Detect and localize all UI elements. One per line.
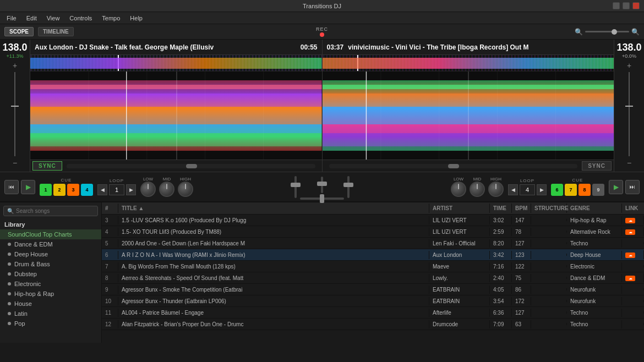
- track-cell-num: 10: [102, 297, 118, 305]
- track-cell-genre: Hip-hop & Rap: [567, 216, 622, 224]
- sidebar-item-dance-&-edm[interactable]: Dance & EDM: [0, 239, 101, 249]
- search-input[interactable]: [16, 208, 94, 214]
- rec-indicator[interactable]: [320, 32, 324, 37]
- right-overview-waveform[interactable]: [323, 55, 614, 72]
- left-prev-button[interactable]: ⏮: [4, 180, 19, 194]
- menu-edit[interactable]: Edit: [22, 14, 41, 23]
- col-title[interactable]: TITLE ▲: [118, 204, 429, 213]
- left-cue-btn-4[interactable]: 4: [81, 184, 93, 196]
- track-cell-bpm: 127: [512, 309, 531, 317]
- right-channel-fader[interactable]: [347, 173, 350, 201]
- col-num[interactable]: #: [102, 204, 118, 213]
- sidebar-item-dubstep[interactable]: Dubstep: [0, 269, 101, 279]
- search-box[interactable]: 🔍: [3, 206, 98, 216]
- right-sync-button[interactable]: SYNC: [582, 161, 612, 171]
- left-pitch-plus[interactable]: +: [13, 61, 17, 70]
- left-pitch-minus[interactable]: −: [13, 158, 17, 167]
- minimize-button[interactable]: [613, 2, 620, 9]
- left-overview-waveform[interactable]: [30, 55, 322, 72]
- right-eq-high-knob[interactable]: [488, 182, 504, 197]
- table-row[interactable]: 6A R I Z O N A - I Was Wrong (RAMI x Jli…: [102, 249, 644, 261]
- col-structure[interactable]: STRUCTURE: [531, 204, 567, 213]
- right-pitch-slider[interactable]: [629, 72, 630, 156]
- maximize-button[interactable]: [623, 2, 630, 9]
- table-row[interactable]: 7A. Big Words From The Small Mouth (128 …: [102, 261, 644, 272]
- track-cell-artist: Lowly.: [429, 274, 490, 282]
- table-row[interactable]: 8Aerreo & Stereohats - Speed Of Sound (f…: [102, 272, 644, 284]
- sidebar-item-latin[interactable]: Latin: [0, 309, 101, 319]
- left-channel-fader[interactable]: [294, 173, 297, 201]
- sidebar-item-soundcloud-top-charts[interactable]: SoundCloud Top Charts: [0, 229, 101, 239]
- left-loop-prev[interactable]: ◀: [97, 184, 107, 195]
- menu-view[interactable]: View: [42, 14, 64, 23]
- left-eq-mid-knob[interactable]: [159, 182, 174, 197]
- right-pitch-plus[interactable]: +: [627, 61, 631, 70]
- tab-scope[interactable]: SCOPE: [4, 27, 34, 36]
- track-cell-title: Agressor Bunx - Thunder (Eatbrain LP006): [118, 297, 429, 305]
- left-loop-next[interactable]: ▶: [126, 184, 136, 195]
- col-genre[interactable]: GENRE: [567, 204, 622, 213]
- table-row[interactable]: 52000 And One - Get Down (Len Faki Hards…: [102, 238, 644, 249]
- track-cell-link: ☁: [622, 250, 644, 259]
- left-cue-section: CUE 1 2 3 4: [40, 178, 93, 196]
- right-play-button[interactable]: ▶: [609, 180, 623, 194]
- table-row[interactable]: 11AL004 - Patrice Bäumel - EngageAfterli…: [102, 307, 644, 319]
- track-cell-num: 9: [102, 286, 118, 294]
- track-cell-title: Agressor Bunx - Smoke The Competition (E…: [118, 286, 429, 294]
- menu-controls[interactable]: Controls: [65, 14, 96, 23]
- close-button[interactable]: [632, 2, 640, 9]
- sidebar-item-drum-&-bass[interactable]: Drum & Bass: [0, 259, 101, 269]
- zoom-in-icon[interactable]: 🔍: [631, 28, 640, 36]
- left-main-waveform[interactable]: [30, 72, 322, 160]
- right-cue-btn-8[interactable]: 8: [578, 184, 591, 196]
- col-link[interactable]: LINK: [622, 204, 644, 213]
- right-main-waveform[interactable]: [323, 72, 614, 160]
- sidebar-item-library[interactable]: Library: [0, 220, 101, 229]
- right-next-button[interactable]: ⏭: [625, 180, 640, 194]
- table-row[interactable]: 31.5 -LUV SCARS K.o 1600 (Produced By DJ…: [102, 215, 644, 226]
- right-pitch-minus[interactable]: −: [627, 158, 631, 167]
- track-cell-time: 7:16: [490, 262, 512, 271]
- right-eq-low-knob[interactable]: [451, 182, 466, 197]
- right-loop-prev[interactable]: ◀: [508, 184, 518, 195]
- sidebar-item-hip-hop-&-rap[interactable]: Hip-hop & Rap: [0, 289, 101, 299]
- left-eq-low-knob[interactable]: [140, 182, 156, 197]
- crossfader[interactable]: [300, 198, 344, 200]
- tab-timeline[interactable]: TIMELINE: [38, 27, 74, 36]
- menu-tempo[interactable]: Tempo: [97, 14, 124, 23]
- right-loop-next[interactable]: ▶: [537, 184, 547, 195]
- sidebar-item-pop[interactable]: Pop: [0, 319, 101, 328]
- menu-file[interactable]: File: [2, 14, 21, 23]
- track-cell-bpm: 63: [512, 320, 531, 328]
- right-cue-btn-9[interactable]: 9: [592, 184, 604, 196]
- left-eq-high-knob[interactable]: [178, 182, 193, 197]
- zoom-out-icon[interactable]: 🔍: [575, 28, 583, 36]
- right-waveform-container: 03:37 vinivicimusic - Vini Vici - The Tr…: [322, 40, 614, 172]
- col-artist[interactable]: ARTIST: [429, 204, 490, 213]
- col-time[interactable]: TIME: [490, 204, 512, 213]
- left-sync-button[interactable]: SYNC: [32, 161, 62, 171]
- menu-help[interactable]: Help: [125, 14, 147, 23]
- col-bpm[interactable]: BPM: [512, 204, 531, 213]
- right-eq-low-section: LOW: [451, 177, 466, 197]
- left-cue-btn-2[interactable]: 2: [53, 184, 66, 196]
- sidebar-items: LibrarySoundCloud Top ChartsDance & EDMD…: [0, 220, 101, 328]
- left-loop-label: LOOP: [110, 178, 124, 183]
- sidebar-item-house[interactable]: House: [0, 299, 101, 309]
- master-fader[interactable]: [321, 174, 323, 195]
- sidebar-item-deep-house[interactable]: Deep House: [0, 249, 101, 259]
- table-row[interactable]: 10Agressor Bunx - Thunder (Eatbrain LP00…: [102, 295, 644, 307]
- sidebar-item-electronic[interactable]: Electronic: [0, 279, 101, 289]
- left-cue-btn-3[interactable]: 3: [67, 184, 79, 196]
- table-row[interactable]: 9Agressor Bunx - Smoke The Competition (…: [102, 284, 644, 295]
- left-cue-btn-1[interactable]: 1: [40, 184, 52, 196]
- right-cue-btn-7[interactable]: 7: [565, 184, 577, 196]
- zoom-slider[interactable]: [585, 31, 629, 32]
- right-cue-btn-6[interactable]: 6: [551, 184, 563, 196]
- left-play-button[interactable]: ▶: [21, 180, 35, 194]
- right-eq-mid-knob[interactable]: [470, 182, 485, 197]
- left-pitch-slider[interactable]: [14, 72, 15, 156]
- window-controls[interactable]: [613, 2, 640, 9]
- table-row[interactable]: 12Alan Fitzpatrick - Brian's Proper Dun …: [102, 319, 644, 330]
- table-row[interactable]: 41.5- XO TOUR Llif3 (Produced By TM88)LI…: [102, 226, 644, 238]
